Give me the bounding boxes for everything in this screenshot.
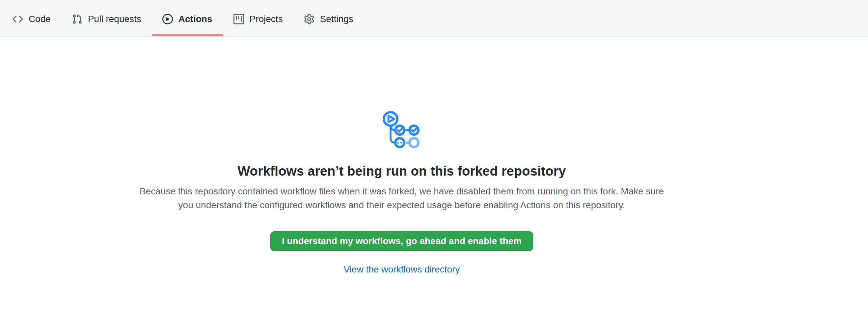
tab-projects-label: Projects [250, 14, 283, 24]
tab-pull-requests[interactable]: Pull requests [61, 4, 152, 36]
tab-actions[interactable]: Actions [152, 4, 223, 36]
actions-empty-state: Workflows aren’t being run on this forke… [0, 37, 803, 275]
empty-state-description: Because this repository contained workfl… [132, 185, 672, 212]
tab-pull-requests-label: Pull requests [88, 14, 141, 24]
tab-settings[interactable]: Settings [293, 4, 364, 36]
project-icon [234, 14, 244, 24]
gear-icon [304, 14, 314, 24]
tab-settings-label: Settings [320, 14, 353, 24]
workflows-directory-link[interactable]: View the workflows directory [344, 264, 460, 275]
empty-state-title: Workflows aren’t being run on this forke… [238, 163, 566, 179]
workflow-graph-icon [383, 111, 421, 148]
code-icon [12, 14, 23, 24]
enable-workflows-button[interactable]: I understand my workflows, go ahead and … [270, 231, 533, 251]
tab-actions-label: Actions [179, 14, 212, 24]
tab-code[interactable]: Code [2, 4, 61, 36]
repo-nav: Code Pull requests Actions Projects Sett… [0, 0, 868, 37]
git-pull-request-icon [72, 14, 82, 24]
tab-projects[interactable]: Projects [223, 4, 293, 36]
play-icon [162, 14, 173, 24]
tab-code-label: Code [29, 14, 51, 24]
